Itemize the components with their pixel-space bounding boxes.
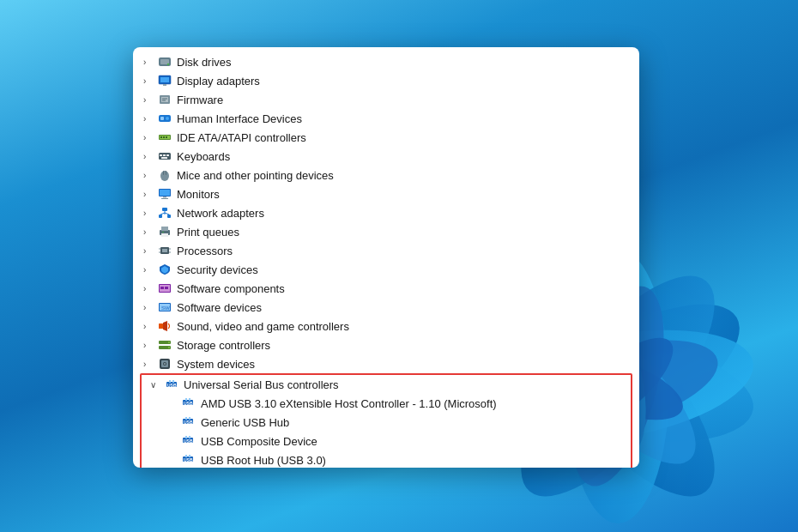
list-item-usb-composite[interactable]: USB USB Composite Device xyxy=(142,432,631,450)
svg-rect-28 xyxy=(163,136,165,138)
chevron-right-icon: › xyxy=(143,246,157,256)
svg-rect-40 xyxy=(163,196,166,198)
svg-text:USB: USB xyxy=(184,420,193,425)
sidebar-item-security-devices[interactable]: › Security devices xyxy=(133,260,639,279)
svg-line-47 xyxy=(165,213,169,215)
svg-rect-60 xyxy=(160,287,164,289)
usb-icon: USB xyxy=(164,378,179,391)
svg-marker-66 xyxy=(163,321,167,331)
sidebar-item-firmware[interactable]: › Firmware xyxy=(133,90,639,109)
security-devices-label: Security devices xyxy=(177,263,258,276)
sidebar-item-disk-drives[interactable]: › Disk drives xyxy=(133,52,639,71)
sidebar-item-display-adapters[interactable]: › Display adapters xyxy=(133,71,639,90)
chevron-right-icon: › xyxy=(143,265,157,275)
system-devices-label: System devices xyxy=(177,358,255,371)
svg-point-14 xyxy=(167,63,169,65)
svg-rect-44 xyxy=(167,215,171,218)
software-devices-label: Software devices xyxy=(177,301,262,314)
svg-rect-65 xyxy=(159,323,163,329)
sidebar-item-system-devices[interactable]: › System devices xyxy=(133,354,639,373)
chevron-right-icon: › xyxy=(143,227,157,237)
network-adapters-label: Network adapters xyxy=(177,207,264,220)
security-icon xyxy=(157,263,172,276)
svg-point-70 xyxy=(168,347,170,348)
system-devices-icon xyxy=(157,357,172,371)
storage-controllers-label: Storage controllers xyxy=(177,339,270,352)
sidebar-item-software-components[interactable]: › Software components xyxy=(133,279,639,298)
chevron-right-icon: › xyxy=(143,171,157,180)
usb-device-icon: USB xyxy=(181,396,196,410)
mouse-icon xyxy=(157,168,172,182)
svg-point-24 xyxy=(166,117,169,120)
chevron-right-icon: › xyxy=(143,190,157,199)
chevron-down-icon: ∨ xyxy=(150,380,164,390)
sidebar-item-usb-controllers[interactable]: ∨ USB Universal Serial Bus controllers xyxy=(142,375,631,394)
sidebar-item-mice[interactable]: › Mice and other pointing devices xyxy=(133,166,639,184)
network-icon xyxy=(157,206,172,220)
chevron-right-icon: › xyxy=(143,209,157,218)
chevron-right-icon: › xyxy=(143,57,157,67)
svg-text:USB: USB xyxy=(184,457,193,462)
svg-rect-33 xyxy=(166,154,169,156)
sidebar-item-sound-video[interactable]: › Sound, video and game controllers xyxy=(133,317,639,336)
svg-line-46 xyxy=(160,213,165,215)
mice-label: Mice and other pointing devices xyxy=(177,169,334,182)
list-item-usb-root-hub[interactable]: USB USB Root Hub (USB 3.0) xyxy=(142,450,631,468)
monitors-label: Monitors xyxy=(177,188,220,201)
sidebar-item-monitors[interactable]: › Monitors xyxy=(133,184,639,203)
sound-icon xyxy=(157,319,172,333)
usb-device-icon: USB xyxy=(181,434,196,448)
storage-icon xyxy=(157,338,172,352)
svg-rect-61 xyxy=(165,287,168,289)
usb-root-hub-label: USB Root Hub (USB 3.0) xyxy=(201,454,326,467)
tree-view[interactable]: › Disk drives › Display adapters › Firmw… xyxy=(133,47,639,468)
firmware-icon xyxy=(157,93,172,106)
sidebar-item-storage-controllers[interactable]: › Storage controllers xyxy=(133,336,639,354)
chevron-right-icon: › xyxy=(143,360,157,369)
display-adapters-label: Display adapters xyxy=(177,75,260,88)
svg-rect-50 xyxy=(161,233,168,237)
software-components-label: Software components xyxy=(177,282,285,295)
usb-controllers-label: Universal Serial Bus controllers xyxy=(184,378,339,391)
sidebar-item-human-interface[interactable]: › Human Interface Devices xyxy=(133,109,639,128)
usb-controllers-section: ∨ USB Universal Serial Bus controllers U… xyxy=(140,373,632,468)
svg-rect-31 xyxy=(160,154,162,156)
chevron-right-icon: › xyxy=(143,114,157,124)
svg-rect-53 xyxy=(162,249,167,252)
sidebar-item-keyboards[interactable]: › Keyboards xyxy=(133,147,639,166)
human-interface-label: Human Interface Devices xyxy=(177,112,302,125)
list-item-amd-usb[interactable]: USB AMD USB 3.10 eXtensible Host Control… xyxy=(142,394,631,413)
software-devices-icon: SW xyxy=(157,300,172,314)
svg-rect-51 xyxy=(162,232,164,233)
svg-rect-27 xyxy=(160,136,162,138)
sidebar-item-software-devices[interactable]: › SW Software devices xyxy=(133,298,639,317)
svg-point-69 xyxy=(168,342,170,343)
svg-rect-39 xyxy=(160,190,170,196)
ide-ata-label: IDE ATA/ATAPI controllers xyxy=(177,131,306,144)
amd-usb-label: AMD USB 3.10 eXtensible Host Controller … xyxy=(201,397,497,410)
list-item-generic-hub[interactable]: USB Generic USB Hub xyxy=(142,413,631,432)
processors-label: Processors xyxy=(177,245,233,257)
chevron-right-icon: › xyxy=(143,133,157,142)
hid-icon xyxy=(157,112,172,125)
chevron-right-icon: › xyxy=(143,284,157,293)
svg-rect-49 xyxy=(161,227,168,231)
sound-video-label: Sound, video and game controllers xyxy=(177,320,349,333)
svg-rect-41 xyxy=(161,198,168,199)
software-components-icon xyxy=(157,281,172,295)
sidebar-item-print-queues[interactable]: › Print queues xyxy=(133,222,639,241)
firmware-label: Firmware xyxy=(177,94,223,106)
chevron-right-icon: › xyxy=(143,303,157,312)
chevron-right-icon: › xyxy=(143,152,157,161)
ide-icon xyxy=(157,130,172,144)
keyboard-icon xyxy=(157,149,172,163)
svg-point-74 xyxy=(164,363,166,365)
svg-rect-32 xyxy=(163,154,166,156)
device-manager-window: › Disk drives › Display adapters › Firmw… xyxy=(133,47,639,468)
sidebar-item-processors[interactable]: › Processors xyxy=(133,241,639,260)
svg-text:USB: USB xyxy=(184,401,193,406)
sidebar-item-network-adapters[interactable]: › Network adapters xyxy=(133,203,639,222)
print-queues-label: Print queues xyxy=(177,226,239,239)
svg-text:SW: SW xyxy=(161,305,170,311)
sidebar-item-ide-ata[interactable]: › IDE ATA/ATAPI controllers xyxy=(133,128,639,147)
